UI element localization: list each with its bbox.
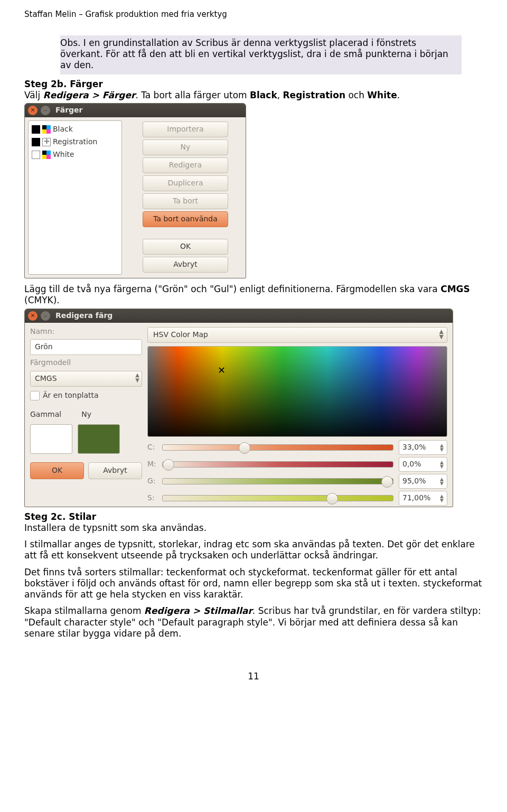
- value: 95,0%: [402, 477, 426, 486]
- text: . Ta bort alla färger utom: [135, 90, 250, 100]
- new-swatch: [78, 424, 120, 454]
- c-label: C:: [147, 443, 157, 452]
- list-item[interactable]: White: [29, 148, 121, 161]
- spinner-icon: ▲▼: [440, 443, 444, 452]
- titlebar: ✕ – Färger: [25, 104, 246, 117]
- menu-path: Redigera > Färger: [43, 90, 136, 100]
- edit-button[interactable]: Redigera: [143, 157, 228, 173]
- text: .: [397, 90, 400, 100]
- cancel-button[interactable]: Avbryt: [143, 257, 228, 273]
- text: Välj: [24, 90, 43, 100]
- list-item[interactable]: Black: [29, 123, 121, 136]
- dialog-edit-color: ✕ – Redigera färg Namn: Grön Färgmodell …: [24, 309, 453, 507]
- s-slider[interactable]: [162, 495, 393, 501]
- spot-label: Är en tonplatta: [43, 391, 99, 400]
- new-button[interactable]: Ny: [143, 139, 228, 155]
- cmgs-bold: CMGS: [440, 284, 470, 294]
- hsv-picker[interactable]: ✕: [147, 346, 447, 437]
- text: ,: [277, 90, 283, 100]
- name-input[interactable]: Grön: [30, 339, 142, 355]
- g-slider[interactable]: [162, 478, 393, 484]
- titlebar: ✕ – Redigera färg: [25, 309, 453, 323]
- step2b-title: Steg 2b. Färger: [24, 79, 483, 90]
- paragraph-3: Skapa stilmallarna genom Redigera > Stil…: [24, 605, 483, 639]
- color-registration: Registration: [283, 90, 345, 100]
- color-name: Black: [53, 125, 73, 134]
- m-label: M:: [147, 460, 157, 469]
- minimize-icon[interactable]: –: [41, 106, 50, 115]
- c-slider[interactable]: [162, 444, 393, 451]
- model-select[interactable]: CMGS ▲▼: [30, 371, 142, 387]
- dialog-colors: ✕ – Färger Black Registration White Impo…: [24, 103, 246, 278]
- ok-button[interactable]: OK: [30, 462, 84, 479]
- colormap-select[interactable]: HSV Color Map ▲▼: [147, 327, 447, 343]
- old-swatch: [30, 424, 72, 454]
- value: 0,0%: [402, 460, 421, 469]
- mid-paragraph: Lägg till de två nya färgerna ("Grön" oc…: [24, 284, 483, 306]
- new-label: Ny: [81, 410, 91, 419]
- model-value: CMGS: [35, 374, 57, 384]
- old-label: Gammal: [30, 410, 61, 419]
- name-label: Namn:: [30, 327, 142, 337]
- g-label: G:: [147, 477, 157, 486]
- color-list[interactable]: Black Registration White: [28, 120, 122, 275]
- list-item[interactable]: Registration: [29, 136, 121, 148]
- menu-path: Redigera > Stilmallar: [144, 605, 252, 616]
- paragraph-1: I stilmallar anges de typsnitt, storleka…: [24, 539, 483, 562]
- colormap-value: HSV Color Map: [153, 330, 208, 340]
- text: och: [345, 90, 367, 100]
- text: Lägg till de två nya färgerna ("Grön" oc…: [24, 284, 440, 294]
- color-white: White: [367, 90, 397, 100]
- color-black: Black: [250, 90, 277, 100]
- name-value: Grön: [35, 342, 53, 352]
- text: (CMYK).: [24, 295, 60, 305]
- spinner-icon: ▲▼: [440, 494, 444, 502]
- minimize-icon[interactable]: –: [41, 311, 50, 321]
- spinner-icon: ▲▼: [439, 329, 444, 340]
- step2b-text: Välj Redigera > Färger. Ta bort alla fär…: [24, 90, 483, 101]
- dialog-title: Färger: [55, 106, 83, 115]
- import-button[interactable]: Importera: [143, 122, 228, 137]
- m-slider[interactable]: [162, 461, 393, 468]
- text: Skapa stilmallarna genom: [24, 605, 144, 616]
- registration-icon: [42, 138, 51, 146]
- page-number: 11: [24, 671, 483, 682]
- colormodel-icon: [42, 151, 51, 159]
- ok-button[interactable]: OK: [143, 239, 228, 255]
- remove-button[interactable]: Ta bort: [143, 193, 228, 209]
- step2c-title: Steg 2c. Stilar: [24, 511, 483, 522]
- remove-unused-button[interactable]: Ta bort oanvända: [143, 211, 228, 227]
- spot-checkbox[interactable]: [30, 391, 40, 400]
- dialog-title: Redigera färg: [55, 311, 112, 321]
- swatch-icon: [32, 151, 40, 159]
- picker-cross-icon: ✕: [218, 365, 226, 377]
- model-label: Färgmodell: [30, 358, 142, 368]
- colormodel-icon: [42, 125, 51, 134]
- duplicate-button[interactable]: Duplicera: [143, 175, 228, 191]
- info-note: Obs. I en grundinstallation av Scribus ä…: [60, 35, 462, 74]
- cancel-button[interactable]: Avbryt: [88, 462, 142, 479]
- swatch-icon: [32, 138, 40, 146]
- value: 71,00%: [402, 493, 430, 503]
- color-name: Registration: [53, 137, 97, 147]
- paragraph-2: Det finns två sorters stilmallar: tecken…: [24, 567, 483, 601]
- s-value[interactable]: 71,00%▲▼: [399, 491, 447, 506]
- close-icon[interactable]: ✕: [28, 311, 37, 321]
- step2c-line1: Installera de typsnitt som ska användas.: [24, 522, 483, 534]
- page-header: Staffan Melin – Grafisk produktion med f…: [24, 10, 483, 20]
- spinner-icon: ▲▼: [440, 460, 444, 469]
- spinner-icon: ▲▼: [440, 477, 444, 486]
- color-name: White: [53, 150, 74, 160]
- swatch-icon: [32, 125, 40, 134]
- value: 33,0%: [402, 443, 426, 452]
- c-value[interactable]: 33,0%▲▼: [399, 440, 447, 455]
- g-value[interactable]: 95,0%▲▼: [399, 474, 447, 489]
- close-icon[interactable]: ✕: [28, 106, 37, 115]
- s-label: S:: [147, 493, 157, 503]
- spinner-icon: ▲▼: [135, 372, 139, 383]
- m-value[interactable]: 0,0%▲▼: [399, 457, 447, 472]
